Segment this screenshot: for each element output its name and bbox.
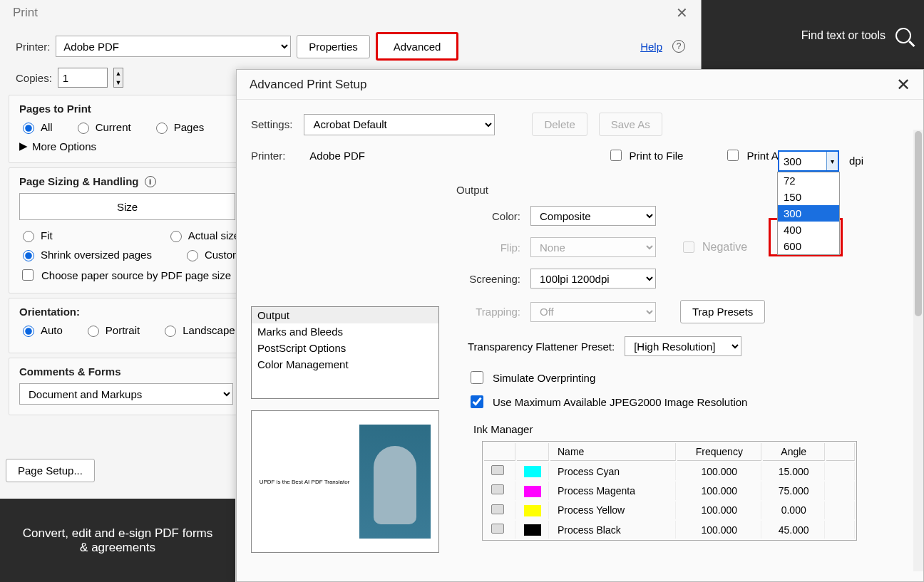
advanced-button[interactable]: Advanced: [376, 32, 459, 61]
color-label: Color:: [456, 210, 520, 222]
dpi-dropdown: 72 150 300 400 600: [777, 172, 840, 255]
color-select[interactable]: Composite: [530, 206, 656, 226]
dpi-option[interactable]: 72: [778, 172, 839, 189]
preview-pane: UPDF is the Best AI PDF Translator: [251, 410, 439, 553]
ink-table: Name Frequency Angle Process Cyan 100.00…: [482, 441, 857, 541]
col-freq: Frequency: [677, 443, 761, 461]
search-icon[interactable]: [895, 28, 911, 43]
col-name: Name: [550, 443, 676, 461]
copies-input[interactable]: [58, 68, 108, 88]
trap-presets-button[interactable]: Trap Presets: [680, 300, 765, 323]
output-title: Output: [456, 184, 909, 196]
dpi-label: dpi: [849, 155, 863, 167]
screening-label: Screening:: [456, 273, 520, 285]
saveas-button: Save As: [599, 113, 662, 136]
chevron-down-icon[interactable]: ▾: [826, 152, 838, 170]
radio-current[interactable]: [78, 123, 89, 134]
color-swatch: [524, 486, 541, 497]
find-text-label[interactable]: Find text or tools: [801, 29, 885, 42]
copies-down-icon[interactable]: ▼: [114, 78, 123, 87]
copies-label: Copies:: [16, 72, 52, 84]
dpi-option[interactable]: 600: [778, 238, 839, 254]
advanced-dialog: Advanced Print Setup ✕ Settings: Acrobat…: [236, 69, 924, 582]
list-item[interactable]: Marks and Bleeds: [252, 323, 438, 340]
jpeg2000-check[interactable]: [471, 395, 483, 408]
radio-shrink[interactable]: [23, 250, 34, 261]
close-icon[interactable]: ✕: [896, 75, 910, 95]
print-to-file-check[interactable]: [610, 150, 622, 161]
page-setup-button[interactable]: Page Setup...: [6, 459, 95, 482]
table-row[interactable]: Process Cyan 100.000 15.000: [484, 462, 855, 480]
adv-printer-label: Printer:: [251, 150, 285, 162]
radio-portrait[interactable]: [88, 326, 99, 337]
flip-select: None: [530, 237, 656, 257]
size-button[interactable]: Size: [19, 193, 235, 220]
col-angle: Angle: [763, 443, 825, 461]
printer-select[interactable]: Adobe PDF: [56, 36, 291, 57]
screening-select[interactable]: 100lpi 1200dpi: [530, 269, 656, 289]
trapping-label: Trapping:: [456, 306, 520, 318]
settings-select[interactable]: Acrobat Default: [304, 114, 495, 135]
radio-fit[interactable]: [23, 231, 34, 242]
preview-text: UPDF is the Best AI PDF Translator: [260, 479, 350, 485]
printer-icon: [491, 524, 504, 534]
radio-landscape[interactable]: [165, 326, 176, 337]
help-icon[interactable]: ?: [672, 40, 685, 53]
radio-pages[interactable]: [156, 123, 168, 134]
triangle-right-icon: ▶: [19, 140, 28, 152]
delete-button: Delete: [532, 113, 587, 136]
adv-printer-value: Adobe PDF: [309, 150, 365, 162]
list-item[interactable]: PostScript Options: [252, 340, 438, 356]
dpi-option[interactable]: 300: [778, 205, 839, 222]
paper-source-check[interactable]: [22, 269, 34, 281]
close-icon[interactable]: ✕: [676, 4, 688, 21]
print-title: Print: [13, 6, 38, 20]
radio-actual[interactable]: [170, 231, 182, 242]
preview-image: [359, 425, 431, 539]
advanced-title: Advanced Print Setup: [250, 78, 366, 92]
print-as-image-check[interactable]: [727, 150, 739, 161]
simulate-check[interactable]: [471, 371, 483, 384]
color-swatch: [524, 524, 541, 536]
info-icon[interactable]: i: [145, 176, 156, 187]
settings-label: Settings:: [251, 118, 292, 130]
comments-forms-select[interactable]: Document and Markups: [19, 383, 233, 405]
radio-all[interactable]: [23, 123, 34, 134]
sizing-title: Page Sizing & Handling: [19, 175, 139, 187]
flattener-label: Transparency Flattener Preset:: [468, 341, 615, 353]
radio-auto[interactable]: [23, 326, 34, 337]
properties-button[interactable]: Properties: [297, 35, 369, 58]
copies-up-icon[interactable]: ▲: [114, 68, 123, 78]
table-row[interactable]: Process Black 100.000 45.000: [484, 521, 855, 539]
table-row[interactable]: Process Yellow 100.000 0.000: [484, 502, 855, 519]
list-item[interactable]: Output: [252, 307, 438, 323]
printer-icon: [491, 504, 504, 514]
flip-label: Flip:: [456, 241, 520, 254]
printer-icon: [491, 465, 504, 475]
help-link[interactable]: Help: [640, 41, 662, 53]
radio-custom[interactable]: [187, 250, 198, 261]
promo-band: Convert, edit and e-sign PDF forms & agr…: [0, 499, 235, 582]
dpi-option[interactable]: 150: [778, 189, 839, 205]
table-row[interactable]: Process Magenta 100.000 75.000: [484, 482, 855, 499]
flattener-select[interactable]: [High Resolution]: [625, 336, 741, 356]
negative-check: [683, 241, 694, 253]
dpi-option[interactable]: 400: [778, 222, 839, 238]
trapping-select: Off: [530, 302, 656, 322]
dpi-select[interactable]: 300 ▾: [778, 150, 839, 172]
ink-manager-title: Ink Manager: [473, 423, 909, 435]
color-swatch: [524, 505, 541, 516]
color-swatch: [524, 466, 541, 477]
printer-icon: [491, 484, 504, 494]
category-list: Output Marks and Bleeds PostScript Optio…: [251, 306, 439, 399]
scrollbar[interactable]: [913, 130, 923, 571]
list-item[interactable]: Color Management: [252, 356, 438, 373]
printer-label: Printer:: [16, 41, 50, 53]
